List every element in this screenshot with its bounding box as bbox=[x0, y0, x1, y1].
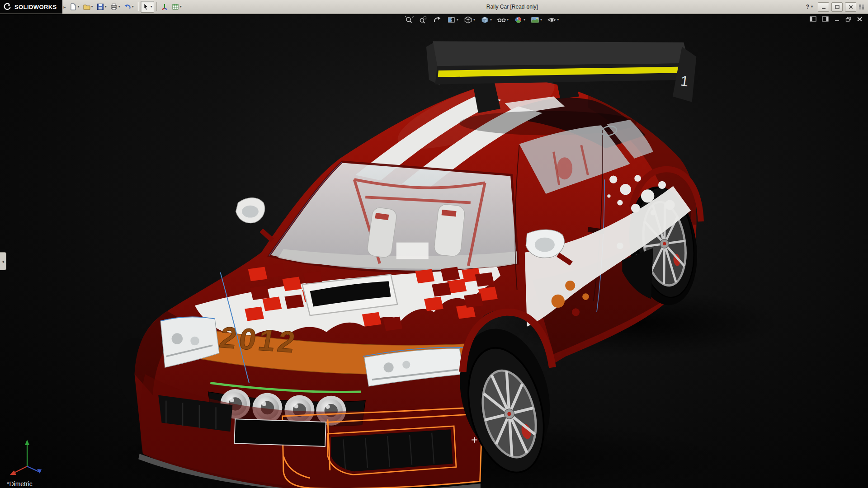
hide-show-items-button[interactable]: ▾ bbox=[497, 16, 509, 24]
zoom-to-area-icon bbox=[419, 16, 428, 24]
view-settings-icon bbox=[547, 16, 556, 24]
standard-toolbar: ▾ ▾ ▾ ▾ ▾ bbox=[68, 1, 136, 13]
save-button[interactable]: ▾ bbox=[95, 1, 108, 13]
select-cursor-icon bbox=[142, 3, 150, 10]
pane-collapse-icon: ◂ bbox=[2, 259, 4, 264]
toolbar-separator bbox=[138, 2, 138, 11]
view-orientation-icon bbox=[463, 16, 472, 24]
graphics-viewport[interactable]: 1 bbox=[0, 14, 868, 488]
license-plate[interactable] bbox=[234, 419, 326, 446]
new-document-button[interactable]: ▾ bbox=[68, 1, 81, 13]
edit-appearance-button[interactable]: ▾ bbox=[514, 16, 525, 24]
new-document-icon bbox=[70, 3, 77, 10]
dassault-logo-icon bbox=[4, 3, 11, 11]
dropdown-caret[interactable]: ▾ bbox=[811, 5, 813, 9]
window-layout-icon[interactable] bbox=[859, 4, 864, 10]
3d-viewport-scene[interactable]: 1 bbox=[0, 14, 868, 488]
reference-axes-icon bbox=[161, 3, 168, 10]
minimize-button[interactable] bbox=[818, 2, 829, 12]
dropdown-caret[interactable]: ▾ bbox=[105, 5, 107, 9]
doc-restore-button[interactable] bbox=[845, 17, 851, 22]
close-button[interactable] bbox=[845, 2, 856, 12]
apply-scene-icon bbox=[530, 16, 539, 24]
doc-close-button[interactable] bbox=[857, 17, 863, 22]
doc-restore-icon bbox=[845, 17, 851, 22]
doc-minimize-icon bbox=[834, 17, 840, 22]
help-label: ? bbox=[806, 4, 809, 10]
rear-wing[interactable]: 1 bbox=[426, 41, 697, 135]
dropdown-caret[interactable]: ▾ bbox=[180, 5, 182, 9]
maximize-button[interactable] bbox=[831, 2, 843, 12]
doc-close-icon bbox=[857, 17, 863, 22]
dropdown-caret[interactable]: ▾ bbox=[557, 18, 559, 22]
brand-name: SOLIDWORKS bbox=[14, 4, 57, 10]
year-decal[interactable]: 2012 bbox=[217, 320, 300, 359]
pane-right-button[interactable] bbox=[822, 16, 829, 22]
orientation-triad bbox=[6, 437, 48, 476]
dropdown-caret[interactable]: ▾ bbox=[457, 18, 458, 22]
design-table-button[interactable]: ▾ bbox=[170, 1, 184, 13]
titlebar: SOLIDWORKS ▸ ▾ ▾ ▾ ▾ bbox=[0, 0, 868, 14]
dropdown-caret[interactable]: ▾ bbox=[151, 5, 152, 9]
window-title: Rally Car [Read-only] bbox=[486, 4, 538, 10]
doc-minimize-button[interactable] bbox=[834, 17, 840, 22]
hide-show-items-icon bbox=[497, 16, 506, 24]
apply-scene-button[interactable]: ▾ bbox=[530, 16, 542, 24]
design-table-icon bbox=[172, 3, 179, 10]
window-controls: ? ▾ bbox=[806, 2, 868, 12]
zoom-to-fit-icon bbox=[405, 16, 414, 24]
view-orientation-button[interactable]: ▾ bbox=[463, 16, 475, 24]
zoom-to-area-button[interactable] bbox=[419, 16, 428, 24]
solidworks-logo[interactable]: SOLIDWORKS bbox=[0, 0, 62, 14]
print-button[interactable]: ▾ bbox=[108, 1, 122, 13]
dropdown-caret[interactable]: ▾ bbox=[78, 5, 80, 9]
edit-appearance-icon bbox=[514, 16, 523, 24]
dropdown-caret[interactable]: ▾ bbox=[507, 18, 509, 22]
print-icon bbox=[110, 3, 118, 10]
close-icon bbox=[849, 5, 853, 9]
minimize-icon bbox=[821, 5, 826, 9]
zoom-to-fit-button[interactable] bbox=[405, 16, 414, 24]
dropdown-caret[interactable]: ▾ bbox=[118, 5, 120, 9]
menu-expand-arrow[interactable]: ▸ bbox=[64, 5, 66, 9]
pane-right-icon bbox=[822, 16, 829, 22]
reference-axes-button[interactable] bbox=[159, 1, 170, 13]
open-button[interactable]: ▾ bbox=[81, 1, 95, 13]
open-folder-icon bbox=[83, 3, 90, 10]
document-window-controls bbox=[810, 16, 863, 22]
select-tool-button[interactable]: ▾ bbox=[141, 1, 154, 13]
view-settings-button[interactable]: ▾ bbox=[547, 16, 559, 24]
feature-manager-collapse-tab[interactable]: ◂ bbox=[0, 252, 6, 270]
heads-up-view-toolbar: ▾ ▾ ▾ ▾ bbox=[405, 16, 559, 24]
previous-view-icon bbox=[433, 16, 442, 24]
undo-icon bbox=[124, 3, 131, 10]
help-button[interactable]: ? ▾ bbox=[806, 4, 813, 10]
pane-left-icon bbox=[810, 16, 816, 22]
dropdown-caret[interactable]: ▾ bbox=[540, 18, 542, 22]
section-view-button[interactable]: ▾ bbox=[447, 16, 458, 24]
undo-button[interactable]: ▾ bbox=[122, 1, 136, 13]
previous-view-button[interactable] bbox=[433, 16, 442, 24]
display-style-icon bbox=[480, 16, 489, 24]
pane-left-button[interactable] bbox=[810, 16, 816, 22]
dropdown-caret[interactable]: ▾ bbox=[473, 18, 475, 22]
dropdown-caret[interactable]: ▾ bbox=[490, 18, 492, 22]
windshield[interactable] bbox=[269, 162, 518, 272]
left-mirror[interactable] bbox=[236, 198, 273, 240]
display-style-button[interactable]: ▾ bbox=[480, 16, 492, 24]
dropdown-caret[interactable]: ▾ bbox=[132, 5, 134, 9]
maximize-icon bbox=[835, 5, 840, 9]
dropdown-caret[interactable]: ▾ bbox=[524, 18, 525, 22]
view-orientation-label: *Dimetric bbox=[7, 480, 33, 488]
section-view-icon bbox=[447, 16, 456, 24]
toolbar-separator bbox=[156, 2, 157, 11]
dropdown-caret[interactable]: ▾ bbox=[91, 5, 93, 9]
save-icon bbox=[97, 3, 104, 10]
